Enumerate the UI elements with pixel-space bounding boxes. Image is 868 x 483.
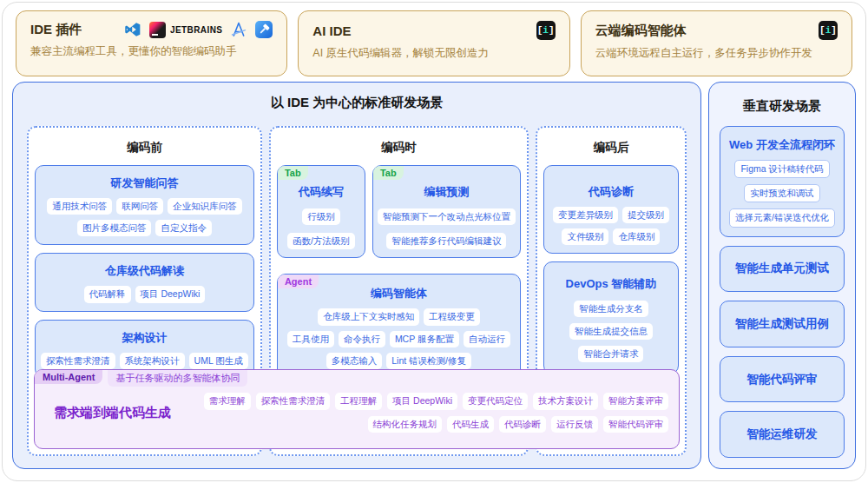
feature-tag: 行级别 bbox=[302, 208, 340, 225]
tag-row: 结构化任务规划代码生成代码诊断运行反馈智能代码评审 bbox=[171, 416, 668, 433]
feature-tag: 智能预测下一个改动点光标位置 bbox=[378, 208, 516, 225]
feature-title: 架构设计 bbox=[40, 330, 249, 346]
multi-agent-badge: Multi-Agent bbox=[35, 370, 102, 384]
jetbrains-icon bbox=[149, 22, 166, 38]
tag-row: 需求理解探索性需求澄清工程理解项目 DeepWiki变更代码定位技术方案设计智能… bbox=[171, 393, 668, 409]
feature-box-edit-prediction: Tab 编辑预测 智能预测下一个改动点光标位置智能推荐多行代码编辑建议 bbox=[372, 165, 521, 258]
feature-tag: 需求理解 bbox=[204, 393, 251, 409]
feature-title: 研发智能问答 bbox=[40, 175, 249, 191]
ide-icons: JETBRAINS bbox=[124, 21, 273, 38]
feature-tag: 项目 DeepWiki bbox=[135, 286, 206, 302]
product-card-cloud-agent[interactable]: 云端编码智能体 [i] 云端环境远程自主运行，多任务异步协作开发 bbox=[581, 10, 852, 76]
build-hammer-icon bbox=[255, 21, 273, 38]
feature-tag: 代码诊断 bbox=[499, 416, 546, 433]
feature-tag: 实时预览和调试 bbox=[744, 184, 820, 202]
feature-tag: 智能方案评审 bbox=[603, 393, 668, 409]
card-subtitle: AI 原生代码编辑器，解锁无限创造力 bbox=[312, 46, 555, 61]
panel-title: 垂直研发场景 bbox=[720, 98, 845, 115]
card-title: IDE 插件 bbox=[30, 22, 82, 38]
feature-title: 仓库级代码解读 bbox=[40, 263, 249, 279]
tab-badge: Tab bbox=[278, 166, 308, 180]
feature-tag: 仓库级别 bbox=[613, 228, 660, 245]
tag-row: 通用技术问答联网问答企业知识库问答 bbox=[40, 198, 249, 215]
feature-tag: 工具使用 bbox=[287, 331, 334, 347]
card-title: AI IDE bbox=[312, 23, 351, 38]
product-card-ai-ide[interactable]: AI IDE [i] AI 原生代码编辑器，解锁无限创造力 bbox=[298, 10, 569, 76]
vscode-icon bbox=[124, 21, 141, 38]
column-header: 编码前 bbox=[35, 140, 254, 155]
feature-tag: 工程理解 bbox=[335, 393, 382, 409]
feature-tag: 代码解释 bbox=[84, 286, 131, 302]
feature-tags: 探索性需求澄清系统架构设计UML 图生成 bbox=[40, 353, 249, 369]
feature-title: Web 开发全流程闭环 bbox=[724, 137, 840, 153]
feature-tag: 结构化任务规划 bbox=[368, 416, 443, 433]
feature-tag: MCP 服务配置 bbox=[390, 331, 459, 347]
feature-tag: 代码生成 bbox=[447, 416, 494, 433]
feature-tag: 图片多模态问答 bbox=[77, 220, 152, 236]
feature-box-devops: DevOps 智能辅助 智能生成分支名智能生成提交信息智能合并请求 bbox=[543, 261, 679, 374]
card-subtitle: 云端环境远程自主运行，多任务异步协作开发 bbox=[595, 46, 838, 61]
feature-tag: 探索性需求澄清 bbox=[256, 393, 331, 409]
tag-row: 探索性需求澄清系统架构设计UML 图生成 bbox=[40, 353, 249, 369]
panel-title: 以 IDE 为中心的标准研发场景 bbox=[13, 83, 700, 111]
feature-tags: 行级别函数/方法级别 bbox=[282, 208, 360, 249]
tab-badge: Tab bbox=[373, 166, 404, 180]
feature-title: 编辑预测 bbox=[378, 184, 516, 200]
feature-tag: 项目 DeepWiki bbox=[387, 393, 457, 409]
feature-tag: 智能生成分支名 bbox=[574, 301, 648, 317]
column-header: 编码后 bbox=[543, 140, 679, 155]
feature-tag: 智能生成提交信息 bbox=[569, 323, 653, 340]
feature-tag: 仓库级上下文实时感知 bbox=[318, 308, 419, 325]
scenario-code-review: 智能代码评审 bbox=[720, 356, 845, 403]
feature-tag: 自定义指令 bbox=[155, 220, 212, 236]
tag-row: 工具使用命令执行MCP 服务配置自动运行 bbox=[282, 331, 516, 347]
multi-agent-title: 需求端到端代码生成 bbox=[54, 405, 171, 421]
tag-row: 多模态输入Lint 错误检测/修复 bbox=[282, 353, 516, 369]
product-card-ide-plugin[interactable]: IDE 插件 JETBRAINS 兼容主流编程工具，更懂你的智能编码助手 bbox=[16, 10, 287, 76]
feature-tags: 变更差异级别提交级别文件级别仓库级别 bbox=[549, 207, 674, 245]
lingma-icon: [i] bbox=[536, 21, 556, 40]
feature-tag: 文件级别 bbox=[562, 228, 608, 245]
feature-box-code-diagnosis: 代码诊断 变更差异级别提交级别文件级别仓库级别 bbox=[543, 165, 679, 254]
feature-title: 编码智能体 bbox=[282, 286, 516, 301]
feature-box-completion: Tab 代码续写 行级别函数/方法级别 bbox=[277, 165, 365, 258]
feature-tag: 函数/方法级别 bbox=[287, 233, 355, 249]
feature-tag: Figma 设计稿转代码 bbox=[734, 160, 829, 178]
scenario-ops-dev: 智能运维研发 bbox=[720, 411, 845, 458]
feature-tag: 变更代码定位 bbox=[463, 393, 528, 409]
feature-tags: 代码解释项目 DeepWiki bbox=[40, 286, 249, 302]
feature-tag: 运行反馈 bbox=[551, 416, 598, 433]
feature-tag: 技术方案设计 bbox=[533, 393, 598, 409]
tag-row: 图片多模态问答自定义指令 bbox=[40, 220, 249, 236]
feature-tags: Figma 设计稿转代码实时预览和调试选择元素/错误迭代优化 bbox=[724, 160, 840, 228]
scenario-unit-test: 智能生成单元测试 bbox=[720, 246, 845, 293]
lingma-icon: [i] bbox=[819, 21, 838, 40]
feature-tag: 多模态输入 bbox=[326, 353, 383, 369]
feature-tag: UML 图生成 bbox=[189, 353, 248, 369]
feature-tags: 智能生成分支名智能生成提交信息智能合并请求 bbox=[549, 301, 674, 363]
vertical-scenarios-panel: 垂直研发场景 Web 开发全流程闭环 Figma 设计稿转代码实时预览和调试选择… bbox=[708, 82, 856, 469]
feature-tag: 变更差异级别 bbox=[553, 207, 618, 223]
feature-tag: 通用技术问答 bbox=[47, 198, 112, 215]
feature-tag: 智能推荐多行代码编辑建议 bbox=[386, 233, 506, 249]
tag-row: 变更差异级别提交级别 bbox=[549, 207, 674, 223]
feature-box-web-dev: Web 开发全流程闭环 Figma 设计稿转代码实时预览和调试选择元素/错误迭代… bbox=[720, 126, 845, 237]
agent-badge: Agent bbox=[278, 275, 319, 288]
xcode-a-icon bbox=[230, 21, 247, 38]
feature-tag: 自动运行 bbox=[464, 331, 510, 347]
feature-tag: 智能合并请求 bbox=[578, 346, 643, 362]
feature-tag: 工程级变更 bbox=[424, 308, 480, 325]
tag-row: 代码解释项目 DeepWiki bbox=[40, 286, 249, 302]
feature-tag: 企业知识库问答 bbox=[168, 198, 242, 215]
scenario-test-case: 智能生成测试用例 bbox=[720, 301, 845, 347]
feature-title: 代码续写 bbox=[282, 184, 360, 200]
ide-scenario-panel: 以 IDE 为中心的标准研发场景 编码前 研发智能问答 通用技术问答联网问答企业… bbox=[12, 82, 701, 469]
feature-title: 代码诊断 bbox=[549, 184, 674, 200]
card-title: 云端编码智能体 bbox=[595, 23, 687, 39]
top-cards-row: IDE 插件 JETBRAINS 兼容主流编程工具，更懂你的智能编码助手 bbox=[16, 10, 852, 76]
feature-tag: 探索性需求澄清 bbox=[41, 353, 115, 369]
multi-agent-section: Multi-Agent 基于任务驱动的多智能体协同 需求端到端代码生成 需求理解… bbox=[34, 369, 680, 449]
feature-tags: 智能预测下一个改动点光标位置智能推荐多行代码编辑建议 bbox=[378, 208, 516, 249]
feature-tag: 选择元素/错误迭代优化 bbox=[729, 208, 835, 227]
feature-tag: 提交级别 bbox=[622, 207, 669, 223]
